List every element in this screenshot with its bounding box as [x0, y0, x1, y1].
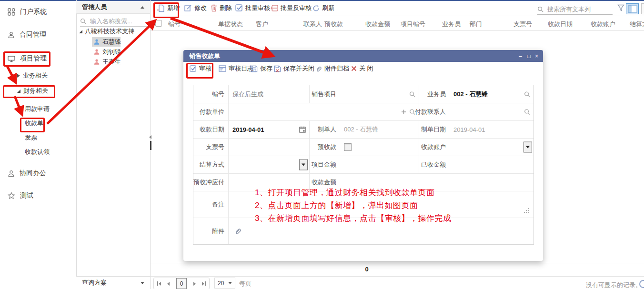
table-search-input[interactable]: [546, 5, 609, 13]
search-icon[interactable]: [524, 91, 530, 97]
field-payer[interactable]: [229, 103, 419, 120]
toolbar-divider: [151, 16, 644, 16]
sidebar-item-contracts[interactable]: 合同管理: [8, 29, 46, 41]
calendar-icon[interactable]: [299, 126, 306, 133]
sidebar-item-portal[interactable]: 门户系统: [8, 6, 47, 18]
search-icon[interactable]: [524, 109, 530, 115]
person-icon: [93, 59, 100, 65]
columns-layout-icon[interactable]: [626, 3, 639, 14]
add-icon[interactable]: [401, 110, 406, 115]
page-size-select[interactable]: 20: [214, 278, 235, 289]
next-page-button[interactable]: [193, 282, 196, 286]
delete-button[interactable]: 删除: [211, 3, 232, 13]
column-header-date[interactable]: 收款日期: [548, 20, 573, 29]
close-dialog-button[interactable]: 关 闭: [351, 63, 373, 74]
field-amount[interactable]: [340, 173, 533, 191]
paperclip-icon[interactable]: [234, 227, 242, 235]
tree-expanded-icon[interactable]: [79, 30, 82, 33]
refresh-button[interactable]: 刷新: [312, 3, 334, 13]
collapse-up-icon[interactable]: [141, 6, 144, 9]
field-no[interactable]: 保存后生成: [229, 85, 310, 103]
tree-root-label: 八骏科技技术支持: [85, 27, 134, 36]
sidebar-item-finance[interactable]: 财务相关: [17, 86, 48, 96]
column-header-advance[interactable]: 预收款: [324, 20, 343, 29]
tree-person-liuzhaorui[interactable]: 刘钊锐: [93, 47, 121, 57]
approve-log-button[interactable]: 审核日志: [219, 63, 253, 74]
edit-button[interactable]: 修改: [184, 3, 207, 13]
column-header-no[interactable]: 编号: [168, 20, 181, 29]
checkbox-check-icon: [190, 65, 197, 72]
field-account[interactable]: [450, 138, 533, 156]
dropdown-button[interactable]: [523, 142, 532, 153]
close-button[interactable]: ×: [535, 50, 538, 62]
sidebar-item-projects[interactable]: 项目管理: [8, 52, 47, 65]
column-header-cheque[interactable]: 支票号: [513, 20, 532, 29]
column-header-project-no[interactable]: 项目编号: [401, 20, 425, 29]
clipped-toolbox-icon[interactable]: [641, 3, 644, 14]
panel-collapse-icon[interactable]: [149, 135, 151, 139]
select-all-checkbox[interactable]: [155, 20, 162, 27]
table-search[interactable]: [537, 4, 613, 15]
first-page-button[interactable]: [157, 281, 161, 286]
sidebar-item-receipt-claim[interactable]: 收款认领: [25, 147, 50, 157]
sidebar-item-payment-request[interactable]: 用款申请: [25, 104, 50, 114]
maximize-button[interactable]: □: [527, 50, 531, 62]
tree-person-shihuifeng[interactable]: 石慧锋: [93, 37, 121, 47]
save-button[interactable]: 保存: [251, 63, 272, 74]
field-payer-contact[interactable]: [450, 103, 533, 120]
sidebar-item-label: 收款认领: [25, 148, 50, 156]
query-plan-bar[interactable]: 查询方案: [76, 276, 150, 289]
attachment-archive-button[interactable]: 附件归档: [315, 63, 349, 74]
field-remark[interactable]: [229, 191, 533, 218]
refresh-fab-icon[interactable]: [639, 280, 644, 288]
field-project[interactable]: [340, 85, 419, 103]
field-salesman[interactable]: 002 - 石慧锋: [450, 85, 533, 103]
tree-search-input[interactable]: [89, 17, 143, 25]
dialog-titlebar[interactable]: 销售收款单: [183, 50, 543, 62]
minimize-button[interactable]: –: [519, 50, 522, 62]
sidebar-item-collaboration[interactable]: 协同办公: [8, 167, 46, 179]
save-close-button[interactable]: 保存并关闭: [274, 63, 314, 74]
column-header-department[interactable]: 部门: [470, 20, 482, 29]
sidebar-item-business[interactable]: 业务相关: [17, 70, 48, 81]
column-header-amount[interactable]: 收款金额: [365, 20, 390, 29]
filter-funnel-icon[interactable]: [617, 4, 624, 11]
column-header-settlement[interactable]: 结算方式: [630, 20, 644, 29]
field-label-project-amount: 项目金额: [310, 156, 340, 173]
field-no-value: 保存后生成: [232, 90, 263, 99]
field-advance-offset[interactable]: [229, 173, 310, 191]
advance-checkbox[interactable]: [344, 143, 352, 151]
tree-search[interactable]: [80, 16, 147, 27]
batch-unapprove-button[interactable]: 批量反审核: [270, 3, 312, 13]
field-cheque[interactable]: [229, 138, 310, 156]
sidebar-item-test[interactable]: 测试: [8, 189, 33, 202]
new-doc-icon: [157, 4, 165, 12]
batch-approve-button[interactable]: 批量审核: [235, 3, 270, 13]
resize-grip-icon[interactable]: [528, 212, 529, 213]
column-header-salesman[interactable]: 业务员: [442, 20, 461, 29]
paperclip-icon: [315, 65, 322, 72]
dropdown-button[interactable]: [299, 159, 308, 170]
search-icon[interactable]: [409, 91, 415, 97]
add-button[interactable]: 新增: [157, 3, 180, 13]
field-project-amount[interactable]: [340, 156, 419, 173]
field-date[interactable]: 2019-04-01: [229, 120, 310, 138]
column-header-account[interactable]: 收款账户: [591, 20, 615, 29]
tree-panel-header[interactable]: 管辖人员: [76, 1, 150, 14]
splitter-handle[interactable]: [150, 141, 151, 150]
star-icon: [8, 192, 15, 199]
column-header-status[interactable]: 单据状态: [218, 20, 243, 29]
column-header-customer[interactable]: 客户: [256, 20, 268, 29]
sidebar-item-receipt[interactable]: 收款单: [25, 118, 43, 129]
field-received-amount[interactable]: [450, 156, 533, 173]
tree-root-node[interactable]: 八骏科技技术支持: [79, 27, 134, 36]
tree-person-wangchunsheng[interactable]: 王春生: [93, 57, 121, 67]
column-header-contact[interactable]: 联系人: [303, 20, 322, 29]
field-attachment[interactable]: [229, 218, 533, 244]
current-page-box[interactable]: 0: [176, 278, 187, 289]
sidebar-item-invoice[interactable]: 发票: [25, 132, 37, 143]
prev-page-button[interactable]: [167, 282, 170, 286]
approve-button[interactable]: 审核: [190, 63, 211, 74]
field-settle[interactable]: [229, 156, 310, 173]
last-page-button[interactable]: [202, 281, 206, 286]
